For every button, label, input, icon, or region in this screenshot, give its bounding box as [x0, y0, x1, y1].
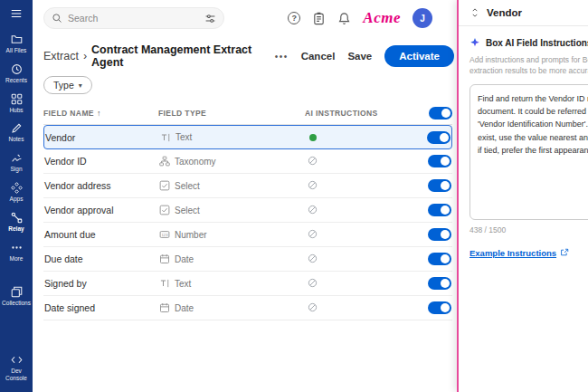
table-row[interactable]: Vendor approvalSelect [43, 198, 452, 223]
table-row[interactable]: Date signedDate [43, 296, 452, 320]
ai-instructions-unset-icon [308, 205, 318, 215]
help-icon[interactable]: ? [288, 12, 300, 24]
field-detail-panel: Vendor Box AI Field Instructions Add ins… [457, 0, 588, 392]
ai-instructions-section-title: Box AI Field Instructions [469, 37, 588, 48]
table-row[interactable]: VendorText [43, 125, 452, 149]
clipboard-icon[interactable] [312, 12, 326, 25]
sidebar-item-hubs[interactable]: Hubs [0, 93, 33, 114]
field-enabled-toggle[interactable] [428, 204, 451, 216]
fields-table: FIELD NAME ↑ FIELD TYPE AI INSTRUCTIONS … [33, 101, 452, 320]
table-row[interactable]: Amount due123Number [43, 223, 452, 247]
sidebar-item-dev-console[interactable]: Dev Console [0, 354, 33, 382]
sidebar-item-more[interactable]: More [0, 242, 33, 263]
sort-ascending-icon: ↑ [97, 109, 101, 118]
filter-sliders-icon[interactable] [204, 13, 216, 24]
field-type-label: Taxonomy [175, 157, 216, 167]
type-filter-chip[interactable]: Type ▾ [43, 76, 92, 94]
ai-instructions-status [306, 278, 422, 290]
more-options-button[interactable]: ••• [275, 52, 289, 62]
sidebar-item-label: All Files [6, 47, 27, 54]
svg-text:123: 123 [162, 233, 169, 237]
field-enabled-toggle[interactable] [427, 131, 450, 144]
table-row[interactable]: Due dateDate [43, 247, 452, 272]
field-type: Select [159, 180, 306, 191]
field-type: Date [159, 302, 306, 313]
cancel-button[interactable]: Cancel [301, 51, 336, 62]
sidebar-item-recents[interactable]: Recents [0, 63, 33, 84]
ai-instructions-status [307, 132, 422, 143]
field-enabled-toggle[interactable] [428, 277, 451, 290]
ai-instructions-status [306, 156, 422, 167]
column-field-type[interactable]: FIELD TYPE [158, 109, 305, 118]
taxonomy-icon [159, 156, 170, 167]
sidebar-item-sign[interactable]: Sign [0, 152, 33, 173]
field-name: Signed by [44, 278, 159, 289]
sidebar-item-all-files[interactable]: All Files [0, 33, 33, 54]
page-title: Contract Management Extract Agent [91, 43, 275, 69]
folder-icon [11, 33, 23, 45]
field-type-label: Number [175, 230, 207, 240]
breadcrumb-extract[interactable]: Extract [43, 50, 79, 62]
field-enabled-toggle[interactable] [428, 155, 451, 167]
date-icon [159, 253, 170, 264]
field-type: Text [159, 278, 306, 289]
breadcrumb: Extract › Contract Management Extract Ag… [43, 43, 275, 69]
field-type-label: Text [175, 279, 191, 289]
save-button[interactable]: Save [347, 51, 372, 62]
sidebar-item-apps[interactable]: Apps [0, 182, 33, 203]
panel-description: Add instructions and prompts for Box AI … [469, 54, 588, 77]
sidebar-item-label: Hubs [9, 107, 23, 114]
ai-instructions-textarea[interactable]: Find and return the Vendor ID number fro… [469, 84, 588, 220]
field-type: Select [159, 205, 306, 215]
clock-icon [11, 63, 23, 75]
ai-instructions-unset-icon [308, 180, 318, 190]
table-row[interactable]: Vendor IDTaxonomy [43, 149, 452, 174]
column-field-name[interactable]: FIELD NAME ↑ [43, 109, 158, 118]
more-icon [11, 242, 23, 253]
master-toggle[interactable] [429, 107, 452, 120]
sidebar-item-notes[interactable]: Notes [0, 122, 33, 143]
avatar[interactable]: J [413, 8, 432, 28]
ai-instructions-status [306, 229, 422, 241]
search-bar[interactable] [43, 7, 224, 29]
ai-instructions-unset-icon [308, 278, 318, 288]
activate-button[interactable]: Activate [384, 45, 454, 67]
sidebar-item-label: Recents [5, 77, 27, 84]
table-row[interactable]: Signed byText [43, 272, 452, 296]
field-enabled-toggle[interactable] [428, 179, 451, 192]
menu-icon[interactable] [10, 7, 23, 20]
field-name: Vendor [45, 132, 160, 143]
search-input[interactable] [68, 13, 199, 24]
field-enabled-toggle[interactable] [428, 301, 451, 314]
ai-instructions-unset-icon [308, 229, 318, 239]
brand-logo[interactable]: Acme [363, 9, 401, 27]
table-row[interactable]: Vendor addressSelect [43, 174, 452, 198]
sidebar-item-label: Apps [10, 196, 24, 203]
sidebar-item-label: Relay [8, 225, 24, 233]
header-actions: ••• Cancel Save Activate [275, 45, 454, 67]
sidebar-item-relay[interactable]: Relay [0, 212, 33, 233]
apps-icon [11, 182, 23, 194]
field-name: Date signed [44, 302, 159, 313]
example-instructions-link[interactable]: Example Instructions [469, 248, 569, 258]
bell-icon[interactable] [337, 12, 351, 25]
field-table-body: VendorTextVendor IDTaxonomyVendor addres… [43, 125, 452, 320]
field-enabled-toggle[interactable] [428, 228, 451, 241]
collections-icon [11, 286, 23, 298]
sidebar-item-collections[interactable]: Collections [0, 286, 33, 307]
sign-icon [11, 152, 23, 164]
field-type-label: Select [175, 181, 200, 191]
sidebar: All FilesRecentsHubsNotesSignAppsRelayMo… [0, 0, 33, 392]
ai-instructions-status [306, 180, 422, 192]
unfold-icon[interactable] [469, 7, 480, 18]
field-type: 123Number [159, 229, 306, 240]
panel-header: Vendor [459, 0, 588, 26]
field-name: Due date [44, 253, 159, 264]
field-enabled-toggle[interactable] [428, 253, 451, 265]
ai-instructions-unset-icon [308, 156, 318, 166]
topbar: ? Acme J [33, 0, 441, 36]
text-icon [159, 278, 170, 289]
char-count: 438 / 1500 [469, 225, 588, 234]
field-type: Text [160, 132, 307, 143]
column-ai-instructions[interactable]: AI INSTRUCTIONS [305, 109, 423, 118]
